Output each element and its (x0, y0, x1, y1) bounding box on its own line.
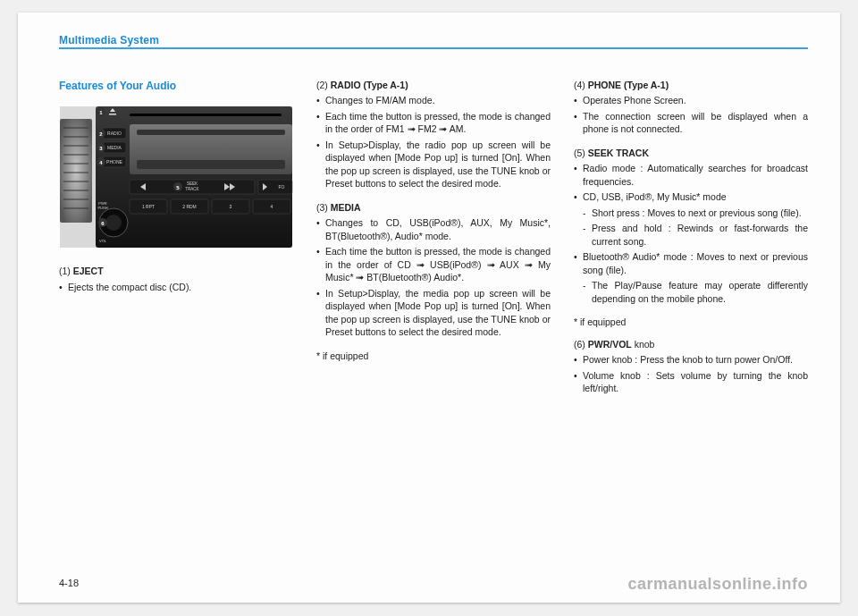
svg-text:FO: FO (279, 184, 285, 190)
header-title: Multimedia System (59, 34, 159, 46)
svg-text:RADIO: RADIO (107, 131, 122, 136)
radio-bullet-3: •In Setup>Display, the radio pop up scre… (316, 139, 551, 190)
section-radio: (2) RADIO (Type A-1) •Changes to FM/AM m… (316, 79, 551, 190)
seek-bullet-1: •Radio mode : Automatically searches for… (574, 162, 808, 188)
svg-text:VOL: VOL (99, 239, 107, 243)
svg-point-39 (105, 215, 122, 231)
page-header: Multimedia System (59, 34, 808, 55)
svg-text:PUSH: PUSH (97, 206, 107, 210)
svg-text:PHONE: PHONE (106, 159, 122, 165)
section-media: (3) MEDIA •Changes to CD, USB(iPod®), AU… (316, 201, 551, 339)
svg-text:4: 4 (271, 204, 273, 209)
pwrvol-heading: (6) PWR/VOL knob (574, 338, 808, 350)
svg-rect-17 (137, 130, 285, 135)
radio-bullet-2: •Each time the button is pressed, the mo… (316, 110, 551, 136)
pwrvol-bullet-1: •Power knob : Press the knob to turn pow… (574, 353, 808, 366)
seek-sub-2: -Press and hold : Rewinds or fast-forwar… (574, 222, 808, 248)
seektrack-heading: (5) SEEK TRACK (574, 147, 808, 159)
content-columns: Features of Your Audio (59, 79, 808, 406)
header-rule (59, 47, 808, 49)
callout-2: 2 (97, 129, 105, 138)
radio-bullet-1: •Changes to FM/AM mode. (316, 94, 551, 106)
callout-1: 1 (97, 107, 105, 116)
section-phone: (4) PHONE (Type A-1) •Operates Phone Scr… (574, 79, 808, 136)
phone-bullet-1: •Operates Phone Screen. (574, 94, 808, 106)
section-pwrvol: (6) PWR/VOL knob •Power knob : Press the… (574, 338, 808, 395)
column-2: (2) RADIO (Type A-1) •Changes to FM/AM m… (316, 79, 551, 406)
media-bullet-1: •Changes to CD, USB(iPod®), AUX, My Musi… (316, 216, 551, 242)
eject-heading: (1) EJECT (59, 265, 293, 277)
seek-bullet-3: •Bluetooth® Audio* mode : Moves to next … (574, 250, 808, 276)
audio-unit-figure: RADIO MEDIA PHONE SEEK TRACK FO (59, 106, 293, 248)
watermark: carmanualsonline.info (627, 575, 808, 594)
callout-4: 4 (97, 157, 105, 166)
seek-bullet-2: •CD, USB, iPod®, My Music* mode (574, 190, 808, 203)
svg-rect-13 (130, 114, 282, 116)
callout-6: 6 (98, 218, 107, 227)
svg-text:2 RDM: 2 RDM (182, 204, 197, 209)
section-title: Features of Your Audio (59, 79, 293, 94)
footnote-1: * if equipped (316, 350, 551, 362)
callout-3: 3 (97, 143, 105, 152)
svg-rect-1 (60, 119, 92, 223)
media-bullet-2: •Each time the button is pressed, the mo… (316, 245, 551, 283)
svg-text:1 RPT: 1 RPT (142, 204, 155, 209)
svg-text:SEEK: SEEK (187, 181, 198, 186)
footnote-2: * if equipped (574, 316, 808, 328)
svg-rect-15 (109, 114, 116, 115)
page: Multimedia System Features of Your Audio (18, 13, 840, 603)
seek-sub-3: -The Play/Pause feature may operate diff… (574, 279, 808, 305)
svg-text:TRACK: TRACK (185, 187, 198, 191)
column-3: (4) PHONE (Type A-1) •Operates Phone Scr… (574, 79, 808, 406)
section-seektrack: (5) SEEK TRACK •Radio mode : Automatical… (574, 147, 808, 305)
phone-bullet-2: •The connection screen will be displayed… (574, 110, 808, 136)
svg-text:MEDIA: MEDIA (107, 145, 122, 150)
eject-bullet-1: •Ejects the compact disc (CD). (59, 281, 293, 293)
seek-sub-1: -Short press : Moves to next or previous… (574, 207, 808, 219)
page-number: 4-18 (59, 578, 79, 588)
radio-heading: (2) RADIO (Type A-1) (316, 79, 551, 91)
media-bullet-3: •In Setup>Display, the media pop up scre… (316, 287, 551, 339)
phone-heading: (4) PHONE (Type A-1) (574, 79, 808, 91)
pwrvol-bullet-2: •Volume knob : Sets volume by turning th… (574, 369, 808, 395)
column-1: Features of Your Audio (59, 79, 293, 406)
callout-5: 5 (173, 182, 182, 191)
svg-text:3: 3 (230, 204, 232, 209)
media-heading: (3) MEDIA (316, 201, 551, 214)
section-eject: (1) EJECT •Ejects the compact disc (CD). (59, 265, 293, 293)
svg-rect-18 (137, 160, 285, 169)
